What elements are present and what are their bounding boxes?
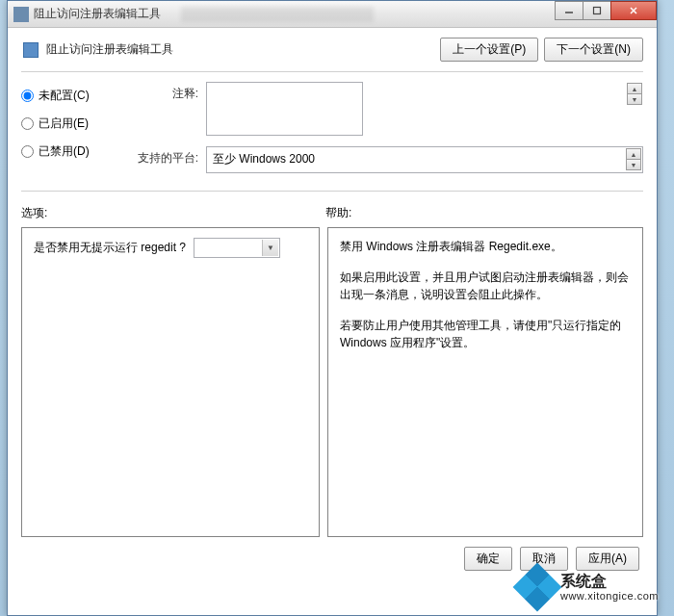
comment-label: 注释: bbox=[129, 82, 198, 139]
comment-textarea[interactable] bbox=[206, 82, 363, 136]
close-icon bbox=[629, 6, 638, 15]
next-label: 下一个设置(N) bbox=[557, 42, 631, 56]
platform-value: 至少 Windows 2000 bbox=[213, 152, 315, 166]
help-section-label: 帮助: bbox=[325, 205, 351, 221]
window-title: 阻止访问注册表编辑工具 bbox=[34, 6, 161, 22]
apply-label: 应用(A) bbox=[588, 552, 627, 565]
minimize-button[interactable] bbox=[555, 1, 583, 20]
content-area: 阻止访问注册表编辑工具 上一个设置(P) 下一个设置(N) 未配置(C) 已启用… bbox=[8, 28, 657, 580]
radio-enabled[interactable]: 已启用(E) bbox=[21, 116, 110, 132]
options-section-label: 选项: bbox=[21, 205, 325, 221]
policy-icon bbox=[21, 40, 40, 60]
option-line: 是否禁用无提示运行 regedit ? ▼ bbox=[34, 238, 307, 258]
radio-not-configured-label: 未配置(C) bbox=[39, 88, 90, 104]
platform-box: 至少 Windows 2000 ▲ ▼ bbox=[206, 146, 643, 173]
radio-not-configured-input[interactable] bbox=[21, 90, 34, 102]
policy-title: 阻止访问注册表编辑工具 bbox=[46, 41, 173, 58]
next-setting-button[interactable]: 下一个设置(N) bbox=[544, 38, 643, 62]
option-question: 是否禁用无提示运行 regedit ? bbox=[34, 240, 186, 256]
radio-not-configured[interactable]: 未配置(C) bbox=[21, 88, 110, 104]
radio-enabled-input[interactable] bbox=[21, 117, 34, 130]
option-combo[interactable]: ▼ bbox=[194, 238, 280, 258]
separator bbox=[21, 71, 643, 72]
state-radios: 未配置(C) 已启用(E) 已禁用(D) bbox=[21, 82, 110, 181]
button-bar: 确定 取消 应用(A) bbox=[21, 537, 643, 571]
nav-buttons: 上一个设置(P) 下一个设置(N) bbox=[440, 38, 643, 62]
chevron-down-icon: ▼ bbox=[262, 240, 278, 256]
radio-disabled[interactable]: 已禁用(D) bbox=[21, 143, 110, 160]
maximize-button[interactable] bbox=[583, 1, 611, 20]
radio-disabled-input[interactable] bbox=[21, 145, 34, 158]
cancel-label: 取消 bbox=[532, 552, 556, 565]
help-panel: 禁用 Windows 注册表编辑器 Regedit.exe。 如果启用此设置，并… bbox=[327, 227, 643, 537]
dialog-window: 阻止访问注册表编辑工具 阻止访问注册表编辑工具 上一个设置(P) 下一个设置(N… bbox=[7, 0, 658, 616]
fields: 注释: ▲ ▼ 支持的平台: 至少 Windows 2000 ▲ bbox=[129, 82, 643, 181]
section-labels: 选项: 帮助: bbox=[21, 205, 643, 221]
titlebar[interactable]: 阻止访问注册表编辑工具 bbox=[8, 1, 657, 28]
config-area: 未配置(C) 已启用(E) 已禁用(D) 注释: ▲ bbox=[21, 82, 643, 181]
platform-row: 支持的平台: 至少 Windows 2000 ▲ ▼ bbox=[129, 146, 643, 173]
radio-disabled-label: 已禁用(D) bbox=[39, 143, 90, 160]
close-button[interactable] bbox=[610, 1, 657, 20]
prev-setting-button[interactable]: 上一个设置(P) bbox=[440, 38, 538, 62]
ok-button[interactable]: 确定 bbox=[464, 547, 512, 571]
window-controls bbox=[556, 1, 657, 20]
platform-label: 支持的平台: bbox=[129, 146, 198, 173]
titlebar-blur bbox=[181, 7, 374, 22]
ok-label: 确定 bbox=[477, 552, 500, 565]
options-panel: 是否禁用无提示运行 regedit ? ▼ bbox=[21, 227, 320, 537]
separator-2 bbox=[21, 191, 643, 192]
header-row: 阻止访问注册表编辑工具 上一个设置(P) 下一个设置(N) bbox=[21, 38, 643, 62]
app-icon bbox=[13, 7, 29, 22]
header-left: 阻止访问注册表编辑工具 bbox=[21, 40, 173, 60]
minimize-icon bbox=[564, 6, 574, 15]
comment-spin-down[interactable]: ▼ bbox=[627, 93, 642, 105]
comment-spinner: ▲ ▼ bbox=[627, 83, 642, 105]
help-p1: 禁用 Windows 注册表编辑器 Regedit.exe。 bbox=[340, 238, 631, 255]
radio-enabled-label: 已启用(E) bbox=[39, 116, 89, 132]
platform-spinner: ▲ ▼ bbox=[626, 148, 641, 170]
help-p3: 若要防止用户使用其他管理工具，请使用"只运行指定的 Windows 应用程序"设… bbox=[340, 317, 631, 351]
help-p2: 如果启用此设置，并且用户试图启动注册表编辑器，则会出现一条消息，说明设置会阻止此… bbox=[340, 269, 631, 303]
apply-button[interactable]: 应用(A) bbox=[576, 547, 639, 571]
maximize-icon bbox=[592, 6, 602, 15]
cancel-button[interactable]: 取消 bbox=[520, 547, 568, 571]
panels: 是否禁用无提示运行 regedit ? ▼ 禁用 Windows 注册表编辑器 … bbox=[21, 227, 643, 537]
platform-spin-down[interactable]: ▼ bbox=[626, 159, 641, 170]
comment-row: 注释: ▲ ▼ bbox=[129, 82, 643, 139]
help-text: 禁用 Windows 注册表编辑器 Regedit.exe。 如果启用此设置，并… bbox=[340, 238, 631, 351]
svg-rect-1 bbox=[594, 8, 601, 14]
prev-label: 上一个设置(P) bbox=[453, 42, 526, 56]
